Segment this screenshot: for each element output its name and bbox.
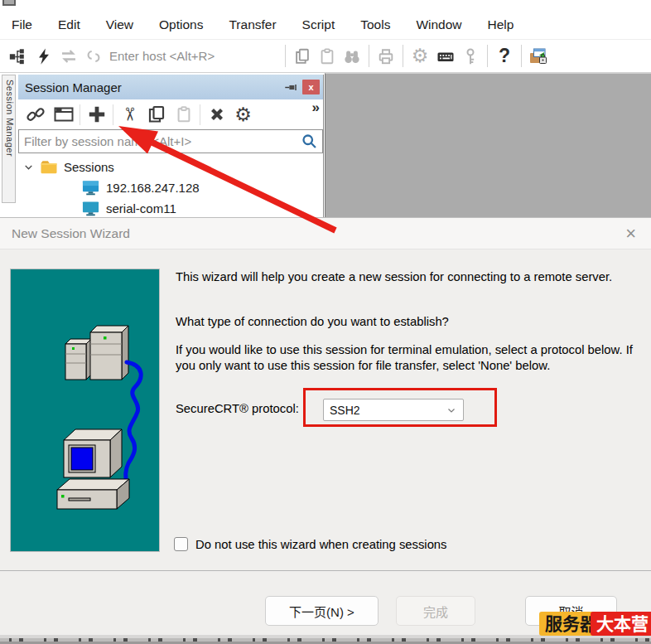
- monitor-icon: [81, 200, 100, 217]
- do-not-use-wizard-label: Do not use this wizard when creating ses…: [195, 538, 447, 551]
- menu-item-window[interactable]: Window: [416, 17, 461, 32]
- finish-button[interactable]: 完成: [396, 596, 475, 626]
- securefx-launcher-icon[interactable]: [528, 46, 549, 67]
- toolbar-separator: [487, 45, 488, 67]
- toolbar-separator: [285, 45, 286, 67]
- copy-icon[interactable]: [292, 46, 313, 67]
- print-icon[interactable]: [375, 46, 397, 67]
- menu-item-tools[interactable]: Tools: [360, 17, 390, 32]
- wizard-close-icon[interactable]: ×: [622, 225, 639, 243]
- dialog-separator: [0, 570, 651, 571]
- toolbar-separator: [521, 45, 522, 67]
- session-manager-toolbar: ✂ ⚙ »: [18, 99, 323, 129]
- session-properties-gear-icon[interactable]: ⚙: [231, 103, 255, 126]
- session-manager-vertical-tab[interactable]: Session Manager: [2, 75, 16, 203]
- toolbar-separator: [403, 45, 403, 67]
- menu-item-edit[interactable]: Edit: [58, 17, 80, 32]
- wizard-titlebar: New Session Wizard ×: [0, 218, 651, 249]
- disconnect-icon[interactable]: [83, 46, 104, 67]
- delete-session-icon[interactable]: [205, 103, 229, 126]
- session-filter-input[interactable]: [19, 131, 301, 152]
- new-session-button[interactable]: [84, 103, 108, 126]
- watermark-right: 大本营: [591, 612, 651, 636]
- find-icon[interactable]: [341, 46, 363, 67]
- cut-icon[interactable]: ✂: [118, 103, 142, 126]
- toolbar-separator: [113, 104, 113, 125]
- wizard-checkbox-row: Do not use this wizard when creating ses…: [174, 537, 447, 551]
- toolbar-separator: [369, 45, 369, 67]
- terminal-area[interactable]: [325, 73, 651, 217]
- tree-label-session: 192.168.247.128: [106, 181, 200, 195]
- tree-row-session[interactable]: serial-com11: [18, 198, 323, 217]
- menu-item-help[interactable]: Help: [488, 17, 514, 32]
- bottom-cutoff-strip: [0, 635, 651, 644]
- keymap-keyboard-icon[interactable]: [435, 46, 456, 67]
- menu-item-view[interactable]: View: [106, 17, 133, 32]
- copy-session-icon[interactable]: [144, 103, 168, 126]
- connect-icon[interactable]: [23, 103, 47, 126]
- tree-row-sessions-root[interactable]: Sessions: [18, 157, 323, 177]
- quick-connect-icon[interactable]: [33, 46, 55, 67]
- toolbar-overflow-chevron-icon[interactable]: »: [312, 99, 318, 116]
- connect-in-tab-icon[interactable]: [51, 103, 75, 126]
- app-window-icon: [2, 0, 16, 6]
- key-agent-icon[interactable]: [460, 46, 481, 67]
- paste-icon[interactable]: [316, 46, 338, 67]
- monitor-icon: [81, 179, 100, 196]
- wizard-question-text: What type of connection do you want to e…: [176, 314, 651, 330]
- session-manager-toggle-icon[interactable]: [7, 46, 28, 67]
- session-options-gear-icon[interactable]: ⚙: [409, 46, 431, 67]
- session-manager-title: Session Manager: [25, 80, 282, 94]
- paste-session-icon[interactable]: [171, 103, 195, 126]
- folder-icon: [40, 159, 58, 175]
- main-area: Session Manager Session Manager x ✂: [0, 73, 651, 217]
- toolbar-separator: [200, 104, 200, 125]
- menu-item-options[interactable]: Options: [159, 17, 203, 32]
- next-button[interactable]: 下一页(N) >: [265, 596, 379, 626]
- main-toolbar: ⚙ ?: [0, 39, 651, 73]
- tree-row-session[interactable]: 192.168.247.128: [18, 177, 323, 198]
- menu-item-transfer[interactable]: Transfer: [229, 17, 276, 32]
- tree-label-session: serial-com11: [106, 201, 176, 215]
- wizard-intro-text: This wizard will help you create a new s…: [176, 269, 651, 285]
- tree-label-sessions: Sessions: [64, 160, 114, 174]
- session-tree: Sessions 192.168.247.128 serial-com11: [18, 153, 323, 217]
- protocol-label: SecureCRT® protocol:: [176, 402, 299, 415]
- menu-bar: File Edit View Options Transfer Script T…: [0, 10, 651, 39]
- pin-icon[interactable]: [282, 79, 299, 95]
- do-not-use-wizard-checkbox[interactable]: [174, 537, 188, 551]
- new-session-wizard-dialog: New Session Wizard ×: [0, 217, 651, 637]
- session-manager-close-button[interactable]: x: [302, 80, 320, 94]
- session-manager-panel: Session Manager x ✂: [18, 75, 324, 217]
- search-icon[interactable]: [301, 133, 318, 150]
- session-manager-titlebar: Session Manager x: [18, 75, 323, 99]
- chevron-down-icon[interactable]: [23, 162, 34, 172]
- wizard-instructions-text: If you would like to use this session fo…: [176, 342, 651, 374]
- reconnect-icon[interactable]: [58, 46, 80, 67]
- wizard-illustration: [10, 269, 160, 552]
- host-input[interactable]: [109, 45, 279, 68]
- wizard-title: New Session Wizard: [12, 226, 622, 241]
- help-icon[interactable]: ?: [494, 46, 515, 67]
- menu-item-script[interactable]: Script: [302, 17, 335, 32]
- toolbar-separator: [80, 104, 80, 125]
- annotation-red-rectangle: [303, 388, 497, 427]
- menu-item-file[interactable]: File: [12, 17, 32, 32]
- session-filter-box: [18, 129, 323, 153]
